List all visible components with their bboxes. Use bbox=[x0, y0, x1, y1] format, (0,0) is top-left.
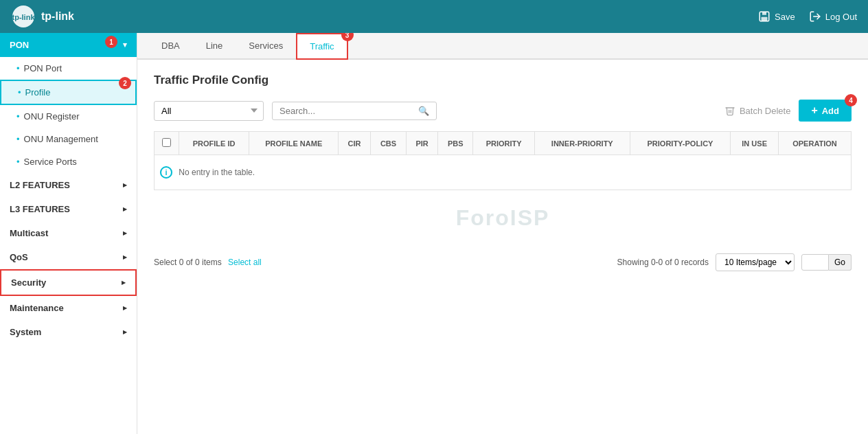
data-table: PROFILE ID PROFILE NAME CIR CBS PIR PBS … bbox=[154, 131, 852, 190]
save-label: Save bbox=[775, 12, 795, 22]
col-cbs: CBS bbox=[370, 132, 406, 155]
tab-services[interactable]: Services bbox=[236, 33, 296, 58]
svg-rect-3 bbox=[762, 12, 766, 15]
info-icon: i bbox=[160, 166, 172, 179]
go-button[interactable]: Go bbox=[829, 254, 852, 271]
system-chevron-icon: ▸ bbox=[123, 328, 127, 336]
qos-chevron-icon: ▸ bbox=[123, 253, 127, 262]
tab-services-wrapper: Services bbox=[236, 33, 296, 58]
maintenance-label: Maintenance bbox=[10, 303, 64, 313]
search-input[interactable] bbox=[279, 106, 415, 116]
header: tp-link tp-link Save Log Out bbox=[0, 0, 868, 33]
select-all-header[interactable] bbox=[155, 132, 179, 155]
select-count-area: Select 0 of 0 items Select all bbox=[154, 258, 262, 267]
col-profile-name: PROFILE NAME bbox=[249, 132, 339, 155]
add-btn-wrapper: + Add 4 bbox=[799, 100, 852, 122]
col-pbs: PBS bbox=[437, 132, 472, 155]
watermark-area: ForoISP bbox=[154, 190, 852, 245]
multicast-chevron-icon: ▸ bbox=[123, 229, 127, 238]
content-area: DBA Line Services Traffic 3 bbox=[137, 33, 868, 434]
sidebar-group-l2[interactable]: L2 FEATURES ▸ bbox=[0, 173, 137, 197]
add-button[interactable]: + Add bbox=[799, 100, 852, 122]
sidebar-group-qos[interactable]: QoS ▸ bbox=[0, 245, 137, 269]
page-number-input[interactable] bbox=[801, 254, 829, 271]
add-label: Add bbox=[822, 106, 839, 116]
empty-message: No entry in the table. bbox=[179, 168, 255, 177]
svg-rect-4 bbox=[762, 17, 768, 21]
sidebar-item-service-ports[interactable]: Service Ports bbox=[0, 150, 137, 173]
sidebar-group-maintenance[interactable]: Maintenance ▸ bbox=[0, 296, 137, 320]
col-profile-id: PROFILE ID bbox=[179, 132, 249, 155]
multicast-label: Multicast bbox=[10, 228, 48, 238]
save-icon bbox=[758, 10, 770, 23]
system-label: System bbox=[10, 327, 41, 337]
plus-icon: + bbox=[811, 104, 817, 117]
tab-dba[interactable]: DBA bbox=[148, 33, 193, 58]
batch-delete-button[interactable]: Batch Delete bbox=[724, 105, 790, 116]
tab-line[interactable]: Line bbox=[193, 33, 236, 58]
logout-label: Log Out bbox=[825, 12, 857, 22]
table-header-row: PROFILE ID PROFILE NAME CIR CBS PIR PBS … bbox=[155, 132, 852, 155]
col-in-use: IN USE bbox=[731, 132, 779, 155]
sidebar-group-system[interactable]: System ▸ bbox=[0, 320, 137, 344]
sidebar-item-profile[interactable]: 2 Profile bbox=[0, 80, 137, 105]
maintenance-chevron-icon: ▸ bbox=[123, 304, 127, 312]
svg-text:tp-link: tp-link bbox=[12, 13, 36, 21]
pon-port-label: PON Port bbox=[24, 63, 62, 73]
page-content: Traffic Profile Config All 🔍 bbox=[137, 60, 868, 434]
sidebar-item-pon-port[interactable]: PON Port bbox=[0, 57, 137, 80]
sidebar-group-multicast[interactable]: Multicast ▸ bbox=[0, 221, 137, 245]
tab-traffic-wrapper: Traffic 3 bbox=[296, 33, 347, 58]
tab-dba-label: DBA bbox=[161, 41, 180, 51]
tab-line-label: Line bbox=[206, 41, 223, 51]
security-label: Security bbox=[11, 277, 46, 288]
filter-select[interactable]: All bbox=[154, 101, 264, 121]
tabs-bar: DBA Line Services Traffic 3 bbox=[137, 33, 868, 60]
pon-chevron-icon: ▾ bbox=[123, 41, 127, 49]
header-actions: Save Log Out bbox=[758, 10, 857, 23]
profile-label: Profile bbox=[25, 87, 51, 98]
table-footer: Select 0 of 0 items Select all Showing 0… bbox=[154, 253, 852, 271]
sidebar-group-l3[interactable]: L3 FEATURES ▸ bbox=[0, 197, 137, 221]
tab-line-wrapper: Line bbox=[193, 33, 236, 58]
search-icon: 🔍 bbox=[418, 106, 429, 116]
service-ports-label: Service Ports bbox=[24, 157, 77, 167]
save-button[interactable]: Save bbox=[758, 10, 795, 23]
pon-group-label: PON bbox=[10, 40, 29, 50]
brand-text: tp-link bbox=[41, 10, 74, 23]
tplink-logo: tp-link bbox=[11, 4, 36, 29]
l2-label: L2 FEATURES bbox=[10, 180, 70, 190]
page-title: Traffic Profile Config bbox=[154, 73, 852, 87]
pon-group-badge: 1 bbox=[105, 36, 117, 48]
select-all-checkbox[interactable] bbox=[162, 138, 171, 147]
sidebar-item-onu-management[interactable]: ONU Management bbox=[0, 128, 137, 150]
logout-button[interactable]: Log Out bbox=[809, 10, 857, 23]
onu-management-label: ONU Management bbox=[24, 134, 98, 144]
sidebar-group-security[interactable]: Security ▸ bbox=[0, 269, 137, 296]
col-operation: OPERATION bbox=[779, 132, 852, 155]
pagination-area: Showing 0-0 of 0 records 10 Items/page 2… bbox=[617, 253, 852, 271]
tab-traffic[interactable]: Traffic bbox=[296, 33, 347, 60]
tab-traffic-label: Traffic bbox=[310, 41, 334, 52]
toolbar: All 🔍 Batch Delete + bbox=[154, 100, 852, 122]
onu-register-label: ONU Register bbox=[24, 111, 80, 122]
sidebar: 1 PON ▾ PON Port 2 Profile ONU Register … bbox=[0, 33, 137, 434]
search-box[interactable]: 🔍 bbox=[272, 102, 437, 120]
qos-label: QoS bbox=[10, 252, 28, 262]
table-empty-row: i No entry in the table. bbox=[155, 155, 852, 190]
l3-label: L3 FEATURES bbox=[10, 204, 70, 214]
items-per-page-select[interactable]: 10 Items/page 20 Items/page 50 Items/pag… bbox=[716, 253, 795, 271]
pon-group-wrapper: 1 PON ▾ bbox=[0, 33, 137, 57]
pon-sub-items: PON Port 2 Profile ONU Register ONU Mana… bbox=[0, 57, 137, 173]
add-button-badge: 4 bbox=[845, 94, 857, 106]
go-area: Go bbox=[801, 254, 852, 271]
sidebar-item-onu-register[interactable]: ONU Register bbox=[0, 105, 137, 128]
watermark-text: ForoISP bbox=[456, 205, 550, 231]
col-pir: PIR bbox=[407, 132, 438, 155]
tab-services-label: Services bbox=[249, 41, 283, 51]
select-count-text: Select 0 of 0 items bbox=[154, 258, 222, 267]
profile-badge: 2 bbox=[119, 77, 131, 89]
select-all-link[interactable]: Select all bbox=[228, 258, 262, 267]
col-cir: CIR bbox=[339, 132, 371, 155]
col-priority-policy: PRIORITY-POLICY bbox=[630, 132, 731, 155]
